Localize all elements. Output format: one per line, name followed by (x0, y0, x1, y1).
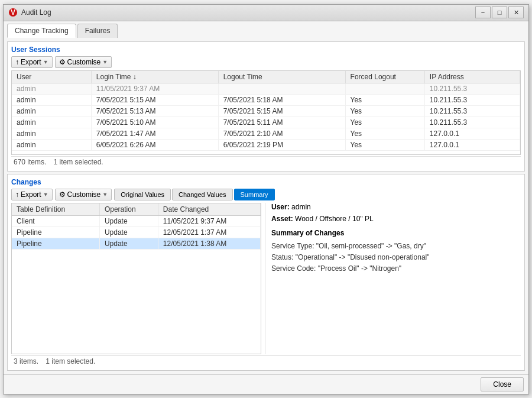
sessions-count: 670 items. (14, 158, 46, 166)
col-ip-address[interactable]: IP Address (424, 71, 520, 83)
col-table-def[interactable]: Table Definition (12, 203, 99, 216)
col-login-time[interactable]: Login Time ↓ (91, 71, 218, 83)
changes-status: 3 items. 1 item selected. (11, 355, 521, 367)
export-label-changes: Export (21, 190, 41, 199)
changes-view-tabs: Original Values Changed Values Summary (114, 189, 274, 200)
table-row[interactable]: admin11/05/2021 9:37 AM10.211.55.3 (12, 83, 520, 94)
summary-changes-header: Summary of Changes (271, 229, 521, 237)
sessions-selected: 1 item selected. (54, 158, 103, 166)
table-row[interactable]: admin6/05/2021 6:26 AM6/05/2021 2:19 PMY… (12, 139, 520, 150)
changes-panel: Changes ↑ Export ▼ ⚙ Customise ▼ Origina… (7, 174, 525, 371)
customise-button-sessions[interactable]: ⚙ Customise ▼ (55, 56, 112, 68)
customise-icon-changes: ⚙ (59, 190, 66, 199)
table-row[interactable]: PipelineUpdate12/05/2021 1:38 AM (12, 238, 261, 249)
summary-user-value: admin (291, 203, 311, 211)
user-sessions-table: User Login Time ↓ Logout Time Forced Log… (12, 71, 520, 151)
changes-header-row: Table Definition Operation Date Changed (12, 203, 261, 216)
table-row[interactable]: admin7/05/2021 1:47 AM7/05/2021 2:10 AMY… (12, 128, 520, 139)
export-dropdown-arrow-changes: ▼ (43, 192, 48, 198)
customise-label-changes: Customise (67, 190, 101, 199)
table-row[interactable]: admin7/05/2021 5:15 AM7/05/2021 5:18 AMY… (12, 94, 520, 105)
user-sessions-table-container[interactable]: User Login Time ↓ Logout Time Forced Log… (11, 70, 521, 155)
changes-selected: 1 item selected. (46, 357, 95, 365)
customise-dropdown-arrow-changes: ▼ (102, 192, 108, 198)
tab-original-values[interactable]: Original Values (114, 189, 171, 200)
changes-toolbar: ↑ Export ▼ ⚙ Customise ▼ Original Values… (11, 189, 521, 200)
window-close-button[interactable]: ✕ (508, 7, 524, 18)
changes-table: Table Definition Operation Date Changed … (12, 203, 261, 250)
summary-area: User: admin Asset: Wood / Offshore / 10"… (265, 203, 521, 354)
export-icon: ↑ (15, 58, 19, 66)
main-tabs: Change Tracking Failures (7, 24, 525, 38)
minimize-button[interactable]: − (475, 7, 491, 18)
changes-table-container[interactable]: Table Definition Operation Date Changed … (11, 203, 261, 354)
export-icon-changes: ↑ (15, 190, 19, 199)
tab-change-tracking[interactable]: Change Tracking (7, 24, 76, 38)
export-dropdown-arrow: ▼ (43, 59, 48, 65)
customise-icon-sessions: ⚙ (59, 58, 66, 66)
window-title: Audit Log (21, 8, 475, 17)
close-button[interactable]: Close (481, 377, 524, 391)
table-row[interactable]: admin7/05/2021 5:10 AM7/05/2021 5:11 AMY… (12, 117, 520, 128)
maximize-button[interactable]: □ (492, 7, 507, 18)
tab-summary[interactable]: Summary (234, 189, 275, 200)
app-icon: V (8, 8, 18, 17)
table-header-row: User Login Time ↓ Logout Time Forced Log… (12, 71, 520, 83)
title-bar: V Audit Log − □ ✕ (4, 5, 528, 21)
export-label-sessions: Export (21, 58, 41, 66)
user-sessions-status: 670 items. 1 item selected. (11, 156, 521, 167)
changes-table-area: Table Definition Operation Date Changed … (11, 203, 265, 354)
audit-log-window: V Audit Log − □ ✕ Change Tracking Failur… (3, 4, 529, 394)
tab-changed-values[interactable]: Changed Values (172, 189, 233, 200)
export-button-sessions[interactable]: ↑ Export ▼ (11, 56, 53, 68)
svg-text:V: V (11, 8, 15, 17)
changes-inner: Table Definition Operation Date Changed … (11, 203, 521, 354)
col-operation[interactable]: Operation (99, 203, 158, 216)
summary-changes-text: Service Type: "Oil, semi-processed" -> "… (271, 241, 521, 275)
customise-label-sessions: Customise (67, 58, 101, 66)
export-button-changes[interactable]: ↑ Export ▼ (11, 189, 53, 200)
col-logout-time[interactable]: Logout Time (218, 71, 345, 83)
window-controls: − □ ✕ (475, 7, 524, 18)
main-content: Change Tracking Failures User Sessions ↑… (4, 21, 528, 374)
user-sessions-header: User Sessions (11, 46, 521, 54)
summary-user-label: User: (271, 203, 290, 211)
col-user[interactable]: User (12, 71, 91, 83)
table-row[interactable]: ClientUpdate11/05/2021 9:37 AM (12, 215, 261, 226)
footer: Close (4, 374, 528, 394)
summary-user: User: admin (271, 203, 521, 211)
summary-asset: Asset: Wood / Offshore / 10" PL (271, 215, 521, 223)
table-row[interactable]: PipelineUpdate12/05/2021 1:37 AM (12, 226, 261, 238)
summary-asset-label: Asset: (271, 215, 293, 223)
customise-dropdown-arrow-sessions: ▼ (102, 59, 108, 65)
col-date-changed[interactable]: Date Changed (158, 203, 260, 216)
col-forced-logout[interactable]: Forced Logout (345, 71, 424, 83)
changes-count: 3 items. (14, 357, 38, 365)
customise-button-changes[interactable]: ⚙ Customise ▼ (55, 189, 112, 200)
user-sessions-panel: User Sessions ↑ Export ▼ ⚙ Customise ▼ (7, 41, 525, 172)
changes-header: Changes (11, 178, 521, 186)
tab-failures[interactable]: Failures (77, 24, 118, 38)
table-row[interactable]: admin7/05/2021 5:13 AM7/05/2021 5:15 AMY… (12, 105, 520, 117)
user-sessions-toolbar: ↑ Export ▼ ⚙ Customise ▼ (11, 56, 521, 68)
summary-asset-value: Wood / Offshore / 10" PL (295, 215, 374, 223)
